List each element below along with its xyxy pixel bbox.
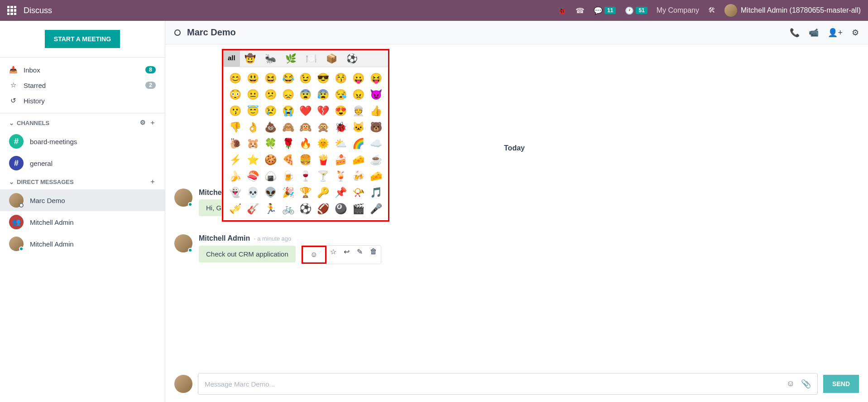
emoji-option[interactable]: 🎸 [246, 203, 259, 215]
emoji-tab-nature[interactable]: 🌿 [281, 50, 301, 67]
emoji-option[interactable]: ⭐ [246, 154, 259, 166]
emoji-option[interactable]: 🍹 [334, 170, 347, 182]
emoji-option[interactable]: 🔑 [317, 187, 330, 199]
emoji-tab-people[interactable]: 🤠 [240, 50, 260, 67]
emoji-option[interactable]: 👎 [229, 121, 242, 133]
emoji-option[interactable]: 🎱 [334, 203, 347, 215]
emoji-option[interactable]: 🧀 [369, 170, 383, 182]
emoji-option[interactable]: 👽 [264, 187, 277, 199]
emoji-option[interactable]: 🙈 [282, 121, 295, 133]
emoji-option[interactable]: 👌 [246, 121, 259, 133]
activities-icon[interactable]: 🕐51 [625, 6, 647, 15]
emoji-option[interactable]: 🐱 [352, 121, 365, 133]
composer-input[interactable]: Message Marc Demo... ☺ 📎 [198, 373, 818, 395]
emoji-option[interactable]: 🚲 [282, 203, 295, 215]
emoji-option[interactable]: 👳 [352, 105, 365, 117]
emoji-option[interactable]: 😉 [299, 73, 312, 84]
chevron-down-icon[interactable]: ⌄ [9, 179, 14, 185]
emoji-option[interactable]: 🍸 [317, 170, 330, 182]
emoji-option[interactable]: 😛 [352, 73, 365, 84]
emoji-option[interactable]: 👻 [229, 187, 242, 199]
channel-board-meetings[interactable]: # board-meetings [0, 131, 165, 152]
emoji-option[interactable]: 😳 [229, 89, 242, 101]
emoji-option[interactable]: 💩 [264, 121, 277, 133]
emoji-option[interactable]: ⚽ [299, 203, 312, 215]
emoji-option[interactable]: 🙊 [317, 121, 330, 133]
emoji-option[interactable]: 😆 [264, 73, 277, 84]
chevron-down-icon[interactable]: ⌄ [9, 120, 14, 126]
emoji-option[interactable]: 😰 [317, 89, 330, 101]
attachment-icon[interactable]: 📎 [801, 379, 811, 389]
emoji-option[interactable]: 🍔 [299, 154, 312, 166]
dm-mitchell-admin-group[interactable]: 👥 Mitchell Admin [0, 211, 165, 233]
emoji-option[interactable]: 😈 [369, 89, 383, 101]
debug-icon[interactable]: 🛠 [708, 6, 715, 15]
emoji-icon[interactable]: ☺ [786, 379, 795, 389]
emoji-option[interactable]: 😢 [264, 105, 277, 117]
emoji-option[interactable]: 🎬 [352, 203, 365, 215]
emoji-option[interactable]: 🌹 [282, 138, 295, 150]
emoji-option[interactable]: 🏃 [264, 203, 277, 215]
sidebar-item-inbox[interactable]: 📥 Inbox 8 [0, 62, 165, 77]
star-message-icon[interactable]: ☆ [326, 246, 340, 264]
sidebar-item-history[interactable]: ↺ History [0, 93, 165, 108]
emoji-option[interactable]: 🏈 [317, 203, 330, 215]
video-icon[interactable]: 📹 [809, 28, 819, 38]
emoji-option[interactable]: 🍕 [282, 154, 295, 166]
emoji-option[interactable]: 🎉 [282, 187, 295, 199]
emoji-option[interactable]: 😎 [317, 73, 330, 84]
emoji-option[interactable]: 🧀 [352, 154, 365, 166]
emoji-option[interactable]: 🌈 [352, 138, 365, 150]
settings-icon[interactable]: ⚙ [852, 28, 859, 38]
emoji-option[interactable]: ❤️ [299, 105, 312, 117]
emoji-option[interactable]: 🎤 [369, 203, 383, 215]
emoji-tab-all[interactable]: all [223, 50, 240, 67]
emoji-option[interactable]: 😭 [282, 105, 295, 117]
add-dm-icon[interactable]: ＋ [149, 178, 156, 186]
emoji-option[interactable]: 🍣 [246, 170, 259, 182]
start-meeting-button[interactable]: START A MEETING [45, 30, 120, 48]
emoji-option[interactable]: ☁️ [369, 138, 383, 150]
emoji-option[interactable]: 🍻 [352, 170, 365, 182]
emoji-option[interactable]: 😪 [334, 89, 347, 101]
emoji-option[interactable]: 😠 [352, 89, 365, 101]
emoji-option[interactable]: 🔥 [299, 138, 312, 150]
emoji-option[interactable]: 🍙 [264, 170, 277, 182]
emoji-option[interactable]: 😇 [246, 105, 259, 117]
emoji-option[interactable]: 🎵 [369, 187, 383, 199]
emoji-option[interactable]: 😞 [282, 89, 295, 101]
emoji-option[interactable]: ⛅ [334, 138, 347, 150]
emoji-option[interactable]: ⚡ [229, 154, 242, 166]
emoji-option[interactable]: 😕 [264, 89, 277, 101]
emoji-option[interactable]: ☕ [369, 154, 383, 166]
bug-icon[interactable]: 🐞 [557, 6, 566, 15]
emoji-option[interactable]: 📌 [334, 187, 347, 199]
emoji-option[interactable]: 🍷 [299, 170, 312, 182]
emoji-option[interactable]: 🙉 [299, 121, 312, 133]
emoji-option[interactable]: 😊 [229, 73, 242, 84]
emoji-tab-animals[interactable]: 🐜 [260, 50, 281, 67]
emoji-option[interactable]: 🌞 [317, 138, 330, 150]
emoji-option[interactable]: 😝 [369, 73, 383, 84]
emoji-tab-food[interactable]: 🍽️ [301, 50, 321, 67]
gear-icon[interactable]: ⚙ [140, 119, 146, 127]
dm-mitchell-admin[interactable]: Mitchell Admin [0, 233, 165, 255]
emoji-tab-objects[interactable]: 📦 [321, 50, 342, 67]
emoji-option[interactable]: 💔 [317, 105, 330, 117]
emoji-option[interactable]: 🐹 [246, 138, 259, 150]
emoji-option[interactable]: 👍 [369, 105, 383, 117]
emoji-option[interactable]: 🍟 [317, 154, 330, 166]
emoji-option[interactable]: 😗 [229, 105, 242, 117]
dm-marc-demo[interactable]: Marc Demo [0, 189, 165, 211]
emoji-option[interactable]: 😐 [246, 89, 259, 101]
support-icon[interactable]: ☎ [575, 6, 585, 15]
delete-icon[interactable]: 🗑 [366, 246, 381, 264]
sidebar-item-starred[interactable]: ☆ Starred 2 [0, 77, 165, 93]
add-channel-icon[interactable]: ＋ [149, 119, 156, 127]
emoji-option[interactable]: 😃 [246, 73, 259, 84]
send-button[interactable]: SEND [823, 375, 859, 393]
emoji-option[interactable]: 🐌 [229, 138, 242, 150]
company-switcher[interactable]: My Company [657, 6, 699, 15]
call-icon[interactable]: 📞 [790, 28, 800, 38]
messages-icon[interactable]: 💬11 [594, 6, 616, 15]
